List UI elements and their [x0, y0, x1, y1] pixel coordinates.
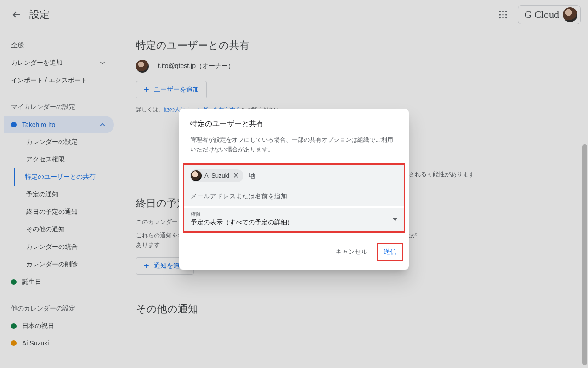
calendar-color-dot	[11, 323, 17, 329]
permission-select[interactable]: 権限 予定の表示（すべての予定の詳細）	[184, 208, 404, 231]
sidebar-item-general[interactable]: 全般	[4, 37, 114, 54]
apps-grid-icon	[498, 10, 508, 19]
dialog-note: 管理者が設定をオフにしている場合、一部の共有オプションは組織でご利用いただけない…	[190, 135, 398, 155]
page-title: 設定	[29, 8, 50, 22]
sidebar-item-label: カレンダーを追加	[11, 59, 62, 67]
back-button[interactable]	[7, 6, 26, 24]
sidebar-item-label: Ai Suzuki	[22, 339, 49, 347]
avatar	[136, 60, 149, 73]
permission-label: 権限	[191, 211, 397, 218]
svg-point-5	[505, 14, 507, 15]
section-title-share: 特定のユーザーとの共有	[136, 39, 421, 52]
sub-item-other-notif[interactable]: その他の通知	[15, 221, 114, 238]
sidebar-item-birthdays[interactable]: 誕生日	[4, 273, 114, 291]
sub-item-access[interactable]: アクセス権限	[15, 151, 114, 168]
highlighted-send-region: 送信	[377, 243, 403, 261]
sidebar-heading-my-calendars: マイカレンダーの設定	[4, 98, 114, 116]
email-input[interactable]: メールアドレスまたは名前を追加	[184, 187, 404, 206]
copy-icon[interactable]	[248, 172, 256, 180]
sub-item-cal-settings[interactable]: カレンダーの設定	[15, 133, 114, 151]
chevron-up-icon	[98, 121, 107, 129]
sidebar-heading-other-calendars: 他のカレンダーの設定	[4, 300, 114, 317]
svg-point-1	[502, 11, 503, 12]
sidebar-item-active-calendar[interactable]: Takehiro Ito	[4, 116, 114, 133]
header: 設定 G Cloud	[0, 0, 588, 29]
sidebar-item-label: 日本の祝日	[22, 322, 54, 330]
svg-point-6	[499, 17, 500, 18]
sidebar-sublist: カレンダーの設定 アクセス権限 特定のユーザーとの共有 予定の通知 終日の予定の…	[15, 133, 114, 273]
sub-item-event-notif[interactable]: 予定の通知	[15, 186, 114, 203]
sidebar-item-add-calendar[interactable]: カレンダーを追加	[4, 54, 114, 72]
plus-icon: +	[144, 261, 149, 270]
share-dialog: 特定のユーザーと共有 管理者が設定をオフにしている場合、一部の共有オプションは組…	[179, 109, 409, 270]
recipient-chip-row: Ai Suzuki ✕	[184, 165, 404, 187]
sidebar-item-jp-holidays[interactable]: 日本の祝日	[4, 317, 114, 335]
sidebar-item-label: Takehiro Ito	[22, 121, 55, 128]
svg-point-8	[505, 17, 507, 18]
truncated-warning-text: される可能性があります	[409, 170, 475, 178]
calendar-color-dot	[11, 279, 17, 285]
sub-item-allday-notif[interactable]: 終日の予定の通知	[15, 203, 114, 221]
dialog-actions: キャンセル 送信	[179, 236, 409, 270]
plus-icon: +	[144, 85, 149, 94]
svg-point-3	[499, 14, 500, 15]
calendar-color-dot	[11, 122, 17, 127]
owner-email: t.ito@gtest.jp（オーナー）	[158, 62, 234, 70]
account-chip[interactable]: G Cloud	[518, 5, 581, 24]
svg-point-0	[499, 11, 500, 12]
sub-item-integrate[interactable]: カレンダーの統合	[15, 238, 114, 256]
scrollbar[interactable]	[582, 29, 588, 368]
sidebar: 全般 カレンダーを追加 インポート / エクスポート マイカレンダーの設定 Ta…	[0, 29, 118, 368]
close-icon[interactable]: ✕	[232, 171, 240, 180]
dropdown-arrow-icon	[393, 218, 397, 221]
recipient-chip[interactable]: Ai Suzuki ✕	[190, 169, 243, 182]
apps-button[interactable]	[494, 6, 512, 24]
sidebar-item-import-export[interactable]: インポート / エクスポート	[4, 72, 114, 89]
sidebar-item-label: 誕生日	[22, 278, 41, 286]
chevron-down-icon	[98, 59, 107, 67]
sub-item-share-specific[interactable]: 特定のユーザーとの共有	[14, 168, 114, 186]
svg-point-4	[502, 14, 503, 15]
scrollbar-thumb[interactable]	[582, 144, 587, 365]
arrow-left-icon	[11, 9, 22, 20]
permission-value: 予定の表示（すべての予定の詳細）	[191, 218, 397, 227]
cancel-button[interactable]: キャンセル	[330, 244, 373, 260]
owner-row: t.ito@gtest.jp（オーナー）	[136, 60, 421, 73]
calendar-color-dot	[11, 340, 17, 346]
highlighted-input-region: Ai Suzuki ✕ メールアドレスまたは名前を追加 権限 予定の表示（すべて…	[183, 163, 405, 233]
add-user-button[interactable]: + ユーザーを追加	[136, 81, 207, 98]
avatar	[191, 170, 202, 181]
avatar	[563, 7, 577, 22]
sidebar-item-ai-suzuki[interactable]: Ai Suzuki	[4, 335, 114, 351]
section-title-other-notif: その他の通知	[136, 302, 421, 316]
account-label: G Cloud	[525, 9, 559, 21]
chip-label: Ai Suzuki	[204, 172, 229, 179]
dialog-title: 特定のユーザーと共有	[190, 119, 398, 129]
svg-point-7	[502, 17, 503, 18]
sub-item-delete[interactable]: カレンダーの削除	[15, 256, 114, 273]
button-label: ユーザーを追加	[154, 86, 199, 94]
svg-point-2	[505, 11, 507, 12]
send-button[interactable]: 送信	[379, 245, 401, 259]
